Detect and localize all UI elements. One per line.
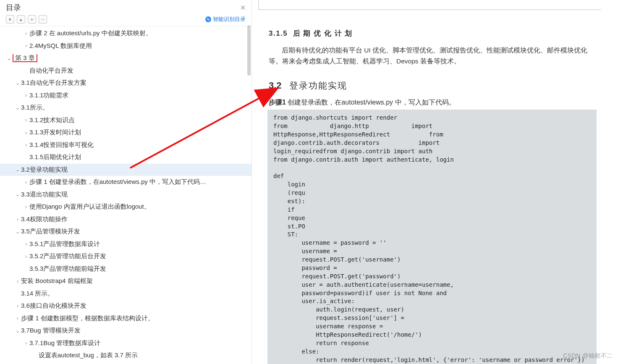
toc-item-6[interactable]: ⌄3.1所示。 <box>0 102 251 114</box>
expand-all-icon[interactable]: ▴ <box>17 15 25 24</box>
remove-node-icon[interactable]: − <box>39 15 47 24</box>
smart-toc-label: 智能识别目录 <box>213 16 246 23</box>
toc-item-label: 3.6接口自动化模块开发 <box>21 302 86 310</box>
toc-item-17[interactable]: ›3.5.1产品管理数据库设计 <box>0 238 251 251</box>
toc-item-20[interactable]: ›安装 Bootstrap4 前端框架 <box>0 275 251 288</box>
toc-item-13[interactable]: ⌄3.3退出功能实现 <box>0 189 251 201</box>
toc-item-label: 步骤 1 创建登录函数，在autotest/views.py 中，写入如下代码… <box>29 178 206 186</box>
toc-scrollbar[interactable] <box>247 0 251 364</box>
chevron-down-icon[interactable]: ⌄ <box>14 105 21 111</box>
toc-item-21[interactable]: 3.14 所示。 <box>0 288 251 300</box>
chevron-down-icon[interactable]: ⌄ <box>6 55 13 61</box>
code-line: login_requiredfrom django.contrib import… <box>273 147 591 156</box>
toc-item-23[interactable]: ›步骤 1 创建数据模型，根据数据库表结构设计。 <box>0 312 251 325</box>
code-line: else: <box>273 348 591 356</box>
code-line: if <box>273 206 591 214</box>
chevron-right-icon[interactable]: › <box>14 303 21 309</box>
toc-item-19[interactable]: 3.5.3产品管理功能前端开发 <box>0 263 251 275</box>
toc-item-2[interactable]: ⌄第 3 章 <box>0 52 251 65</box>
toc-item-16[interactable]: ⌄3.5产品管理模块开发 <box>0 225 251 238</box>
chevron-right-icon[interactable]: › <box>23 179 29 185</box>
toc-item-5[interactable]: ›3.1.1功能需求 <box>0 89 251 102</box>
toc-item-label: 3.1.4投资回报率可视化 <box>29 141 94 149</box>
toc-item-label: 3.7Bug 管理模块开发 <box>21 327 81 335</box>
toc-item-8[interactable]: ›3.1.3开发时间计划 <box>0 126 251 139</box>
toc-body[interactable]: ›步骤 2 在 autotest/urls.py 中创建关联映射。›2.4MyS… <box>0 26 251 364</box>
toc-item-0[interactable]: ›步骤 2 在 autotest/urls.py 中创建关联映射。 <box>0 27 251 40</box>
toc-item-3[interactable]: 自动化平台开发 <box>0 65 251 77</box>
chevron-down-icon[interactable]: ⌄ <box>14 328 21 334</box>
code-line: user.is_active: <box>273 297 591 306</box>
toc-item-12[interactable]: ›步骤 1 创建登录函数，在autotest/views.py 中，写入如下代码… <box>0 176 251 189</box>
toc-item-label: 使用Django 内置用户认证退出函数logout。 <box>29 203 150 211</box>
chevron-right-icon[interactable]: › <box>23 43 29 49</box>
chevron-right-icon[interactable]: › <box>23 142 29 148</box>
code-line: (requ <box>273 189 591 197</box>
toc-item-15[interactable]: ›3.4权限功能操作 <box>0 213 251 226</box>
toc-item-label: 3.1所示。 <box>21 104 49 112</box>
chevron-down-icon[interactable]: ⌄ <box>14 80 21 86</box>
collapse-all-icon[interactable]: ▾ <box>6 15 14 24</box>
step-1-line: 步骤1 创建登录函数，在autotest/views.py 中，写入如下代码。 <box>269 98 592 107</box>
chevron-right-icon[interactable]: › <box>23 130 29 136</box>
toc-item-label: 3.14 所示。 <box>21 290 54 298</box>
code-line: est): <box>273 197 591 206</box>
chevron-right-icon[interactable]: › <box>14 216 21 222</box>
toc-item-label: 步骤 2 在 autotest/urls.py 中创建关联映射。 <box>29 29 152 37</box>
toc-item-label: 3.1.1功能需求 <box>29 92 68 100</box>
chevron-down-icon[interactable]: ⌄ <box>14 191 21 197</box>
toc-item-25[interactable]: ›3.7.1Bug 管理数据库设计 <box>0 337 251 350</box>
chevron-right-icon[interactable]: › <box>23 241 29 247</box>
chevron-right-icon[interactable]: › <box>23 92 29 98</box>
toc-item-7[interactable]: ›3.1.2技术知识点 <box>0 114 251 127</box>
toc-item-9[interactable]: ›3.1.4投资回报率可视化 <box>0 139 251 152</box>
code-line: HttpResponse,HttpResponseRedirect from <box>273 131 591 139</box>
code-line: username = <box>273 247 591 256</box>
code-line: from django.shortcuts import render <box>273 114 591 122</box>
toc-panel: 目录 ✕ ▾ ▴ + − ✎ 智能识别目录 ›步骤 2 在 autotest/u… <box>0 0 252 364</box>
code-line: return response <box>273 339 591 348</box>
toc-item-26[interactable]: 设置表autotest_bug，如表 3.7 所示 <box>0 349 251 362</box>
toc-item-14[interactable]: ›使用Django 内置用户认证退出函数logout。 <box>0 201 251 213</box>
toc-item-22[interactable]: ›3.6接口自动化模块开发 <box>0 300 251 312</box>
code-line: login <box>273 181 591 189</box>
code-line: request.POST.get('username') <box>273 256 591 264</box>
code-line: request.session['user'] = <box>273 314 591 322</box>
code-line: user = auth.authenticate(username=userna… <box>273 281 591 289</box>
close-icon[interactable]: ✕ <box>240 4 246 12</box>
code-line: return render(request,'login.html', {'er… <box>273 356 591 364</box>
code-line <box>273 164 591 172</box>
toc-item-label: 3.1自动化平台开发方案 <box>21 79 86 87</box>
toc-item-label: 步骤 1 创建数据模型，根据数据库表结构设计。 <box>21 314 154 322</box>
chevron-right-icon[interactable]: › <box>23 204 29 210</box>
chevron-right-icon[interactable]: › <box>23 254 29 259</box>
smart-toc-button[interactable]: ✎ 智能识别目录 <box>205 16 246 23</box>
add-node-icon[interactable]: + <box>28 15 36 24</box>
chevron-right-icon[interactable]: › <box>14 315 21 321</box>
code-block: from django.shortcuts import renderfrom … <box>267 110 597 364</box>
code-line: username = password = '' <box>273 239 591 247</box>
chevron-right-icon[interactable]: › <box>23 117 29 123</box>
toc-item-11[interactable]: ⌄3.2登录功能实现 <box>0 164 251 176</box>
toc-item-18[interactable]: ›3.5.2产品管理功能后台开发 <box>0 250 251 263</box>
code-line: def <box>273 172 591 181</box>
toc-item-10[interactable]: 3.1.5后期优化计划 <box>0 151 251 164</box>
code-line: ST: <box>273 230 591 239</box>
code-line: from django.contrib.auth import authenti… <box>273 156 591 164</box>
chevron-right-icon[interactable]: › <box>23 340 29 346</box>
code-line: from django.http import <box>273 122 591 131</box>
chevron-down-icon[interactable]: ⌄ <box>14 167 21 173</box>
toc-title: 目录 <box>6 3 21 13</box>
toc-item-24[interactable]: ⌄3.7Bug 管理模块开发 <box>0 325 251 337</box>
chevron-right-icon[interactable]: › <box>23 31 29 37</box>
toc-item-label: 3.5.3产品管理功能前端开发 <box>29 265 106 273</box>
chevron-right-icon[interactable]: › <box>14 278 21 284</box>
chevron-down-icon[interactable]: ⌄ <box>14 229 21 235</box>
toc-item-label: 3.2登录功能实现 <box>21 166 68 174</box>
toc-item-4[interactable]: ⌄3.1自动化平台开发方案 <box>0 77 251 89</box>
toc-item-label: 3.7.1Bug 管理数据库设计 <box>29 339 100 347</box>
document-panel[interactable]: 3.1.5 后 期 优 化 计 划 后期有待优化的功能有平台 UI 优化、脚本管… <box>252 0 618 364</box>
toc-item-1[interactable]: ›2.4MySQL 数据库使用 <box>0 40 251 52</box>
toc-item-label: 3.3退出功能实现 <box>21 191 68 199</box>
heading-3-1-5: 3.1.5 后 期 优 化 计 划 <box>269 29 592 38</box>
